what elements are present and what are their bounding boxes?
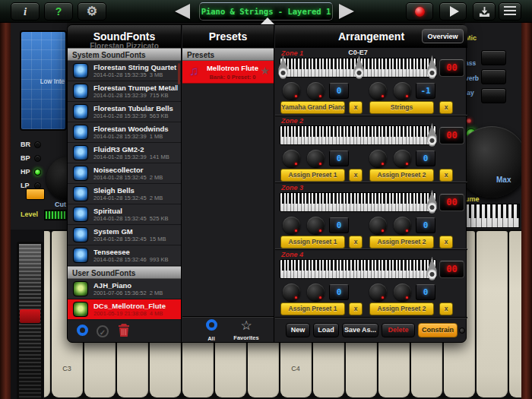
favorite-star-icon[interactable]: ★ — [260, 65, 270, 77]
filter-led-br[interactable] — [34, 141, 41, 148]
zone-value-display: 0 — [329, 150, 349, 166]
constrain-button[interactable]: Constrain — [418, 323, 458, 337]
fx-button[interactable] — [481, 88, 506, 103]
soundfont-row[interactable]: Florestan Tubular Bells 2014-01-28 15:32… — [68, 102, 181, 122]
remove-preset-1-button[interactable]: x — [349, 302, 363, 315]
all-filter-icon — [206, 319, 217, 331]
assign-preset-1-button[interactable]: Assign Preset 1 — [280, 169, 345, 182]
remove-preset-1-button[interactable]: x — [349, 236, 363, 249]
soundfont-row[interactable]: FluidR3 GM2-2 2014-01-28 15:32:39 141 MB — [68, 143, 181, 163]
zone-knob[interactable] — [394, 283, 411, 301]
keyboard-overview — [465, 204, 520, 228]
assign-preset-1-button[interactable]: Assign Preset 1 — [280, 302, 345, 315]
play-button[interactable] — [439, 2, 467, 21]
help-button[interactable]: ? — [44, 2, 73, 21]
remove-preset-1-button[interactable]: x — [349, 169, 363, 182]
presets-column: Presets Presets ♫ Mellotron Flute Bank: … — [182, 25, 274, 342]
presets-title: Presets — [209, 30, 248, 43]
gear-icon: ⚙ — [87, 5, 97, 17]
soundfonts-column: SoundFonts Florestan Pizzicato System So… — [68, 25, 182, 342]
load-button[interactable]: Load — [313, 323, 339, 337]
soundfont-row[interactable]: Florestan Trumpet Metallic 2014-01-28 15… — [68, 81, 181, 102]
zone-knob[interactable] — [307, 150, 325, 167]
next-preset-arrow[interactable] — [339, 4, 354, 19]
filter-favorites[interactable]: ☆ Favorites — [230, 319, 263, 341]
remove-preset-2-button[interactable]: x — [439, 169, 453, 182]
soundfont-row[interactable]: Florestan Woodwinds 2014-01-28 15:32:39 … — [68, 122, 181, 143]
zone-knob[interactable] — [283, 217, 300, 234]
help-icon: ? — [55, 6, 62, 17]
filter-label-br: BR — [21, 141, 30, 148]
preset-name: Mellotron Flute — [205, 64, 260, 72]
zone-knob[interactable] — [394, 82, 411, 100]
save-as-button[interactable]: Save As... — [342, 323, 378, 337]
remove-preset-1-button[interactable]: x — [349, 101, 363, 114]
zone-knob[interactable] — [283, 150, 300, 167]
remove-preset-2-button[interactable]: x — [439, 236, 453, 249]
volume-knob[interactable] — [465, 126, 521, 198]
prev-preset-arrow[interactable] — [175, 4, 190, 19]
zone-key-range-strip[interactable] — [280, 259, 436, 279]
soundfont-row[interactable]: Noisecollector 2014-01-28 15:32:45 2 MB — [68, 163, 181, 184]
record-button[interactable] — [406, 2, 433, 21]
zone-key-range-strip[interactable] — [280, 58, 436, 78]
soundfont-row[interactable]: Sleigh Bells 2014-01-28 15:32:45 2 MB — [68, 184, 181, 204]
assign-preset-2-button[interactable]: Strings — [369, 101, 434, 114]
assign-preset-1-button[interactable]: Assign Preset 1 — [280, 236, 345, 249]
new-button[interactable]: New — [286, 323, 310, 337]
mod-wheel[interactable] — [17, 242, 43, 399]
soundfont-row[interactable]: AJH_Piano 2001-07-06 15:36:52 2 MB — [68, 279, 181, 299]
footer-knob[interactable] — [459, 328, 465, 334]
filter-led-bp[interactable] — [34, 155, 41, 162]
filter-led-hp[interactable] — [34, 169, 41, 176]
soundfont-row[interactable]: System GM 2014-01-28 15:32:45 15 MB — [68, 225, 181, 245]
zone-knob[interactable] — [283, 82, 300, 100]
zone-knob[interactable] — [369, 217, 387, 234]
soundfont-icon — [73, 125, 88, 140]
soundfont-row-selected[interactable]: DCs_Mellotron_Flute 2001-05-19 21:38:08 … — [68, 299, 181, 320]
zone-knob[interactable] — [307, 283, 325, 301]
check-circle-icon[interactable]: ✓ — [97, 325, 109, 337]
menu-button[interactable] — [499, 2, 521, 21]
zone-knob[interactable] — [369, 150, 387, 167]
note-icon: ♫ — [189, 64, 199, 79]
assign-preset-2-button[interactable]: Assign Preset 2 — [369, 236, 434, 249]
assign-preset-2-button[interactable]: Assign Preset 2 — [369, 302, 434, 315]
zone-knob[interactable] — [369, 82, 387, 100]
soundfont-row[interactable]: Florestan String Quartet 2014-01-28 15:3… — [68, 61, 181, 81]
remove-preset-2-button[interactable]: x — [439, 302, 453, 315]
zone-value-display: 0 — [329, 83, 349, 99]
zone-key-range-strip[interactable] — [280, 192, 436, 212]
zone-knob[interactable] — [394, 150, 411, 167]
filter-mode-button[interactable] — [26, 188, 45, 200]
wood-frame-left — [0, 0, 11, 399]
remove-preset-2-button[interactable]: x — [439, 101, 453, 114]
trash-icon[interactable] — [118, 323, 130, 340]
arrangement-zone-3: Zone 3 00 0 0 Assign Preset 1 x Assign P… — [275, 182, 467, 249]
preset-row-selected[interactable]: ♫ Mellotron Flute Bank: 0 Preset: 0 ★ — [182, 61, 274, 84]
export-button[interactable] — [473, 2, 496, 21]
soundfont-row[interactable]: Tenseesee 2014-01-28 15:32:46 993 KB — [68, 245, 181, 266]
overview-button[interactable]: Overview — [422, 29, 464, 43]
zone-knob[interactable] — [369, 283, 387, 301]
cutoff-label: Cut — [55, 201, 66, 208]
zone-knob[interactable] — [394, 217, 411, 234]
assign-preset-2-button[interactable]: Assign Preset 2 — [369, 169, 434, 182]
zone-knob[interactable] — [283, 283, 300, 301]
strip-key-separators — [280, 193, 435, 211]
soundfont-row[interactable]: Spiritual 2014-01-28 15:32:45 525 KB — [68, 204, 181, 225]
zone-knob[interactable] — [307, 217, 325, 234]
delete-button[interactable]: Delete — [382, 323, 415, 337]
app-window: C3 C4 Low Inte BR BP HP LP Cut Level Mic… — [0, 0, 532, 399]
info-button[interactable]: i — [11, 2, 40, 21]
popover-arrow — [261, 17, 274, 24]
fx-button[interactable] — [481, 50, 506, 65]
zone-key-range-strip[interactable] — [280, 125, 436, 145]
fx-button[interactable] — [481, 69, 506, 84]
assign-preset-1-button[interactable]: Yamaha Grand Piano — [280, 101, 345, 114]
soundfonts-toolbar: ✓ — [68, 320, 181, 344]
filter-all[interactable]: All — [195, 319, 228, 342]
zone-knob[interactable] — [307, 82, 325, 100]
select-circle-icon[interactable] — [77, 325, 88, 336]
settings-button[interactable]: ⚙ — [78, 2, 106, 21]
